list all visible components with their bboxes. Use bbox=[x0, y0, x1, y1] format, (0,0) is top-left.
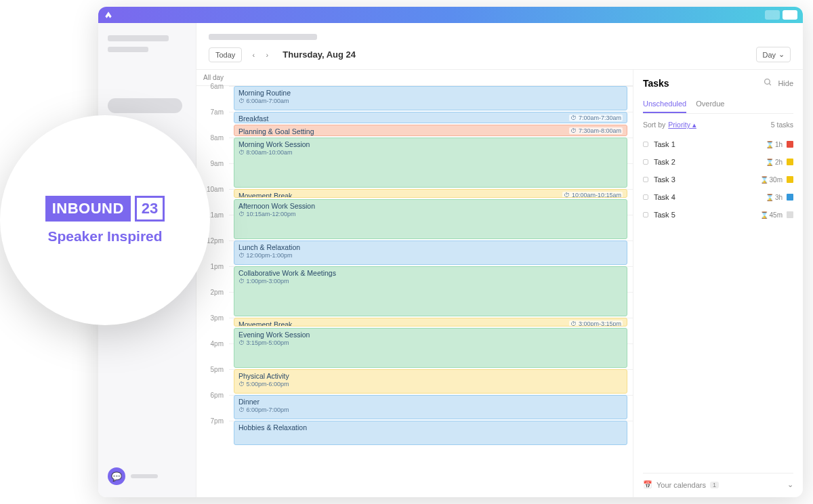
priority-flag-icon bbox=[787, 176, 793, 183]
event-time: ⏱ 3:00pm-3:15pm bbox=[569, 320, 623, 327]
hide-button[interactable]: Hide bbox=[778, 79, 793, 87]
task-status-icon[interactable] bbox=[643, 177, 648, 182]
event-time: ⏱ 6:00am-7:00am bbox=[238, 98, 623, 104]
event-time: ⏱ 3:15pm-5:00pm bbox=[238, 339, 623, 346]
calendar-toolbar: Today ‹ › Thursday, Aug 24 Day ⌄ bbox=[196, 40, 803, 70]
calendar-event[interactable]: Evening Work Session⏱ 3:15pm-5:00pm bbox=[234, 328, 627, 368]
event-time: ⏱ 10:00am-10:15am bbox=[562, 192, 623, 198]
hour-label: 6am bbox=[196, 83, 229, 108]
calendar-event[interactable]: Afternoon Work Session⏱ 10:15am-12:00pm bbox=[234, 199, 627, 239]
event-time: ⏱ 10:15am-12:00pm bbox=[238, 211, 623, 217]
search-icon[interactable] bbox=[764, 78, 772, 89]
allday-slot[interactable] bbox=[229, 70, 633, 85]
calendar-event[interactable]: Hobbies & Relaxation bbox=[234, 421, 627, 445]
tasks-title: Tasks bbox=[643, 78, 669, 89]
view-selector[interactable]: Day ⌄ bbox=[756, 47, 791, 62]
hour-label: 7pm bbox=[196, 417, 229, 443]
task-duration: 30m bbox=[770, 176, 783, 184]
window-minimize-button[interactable] bbox=[765, 10, 780, 20]
event-title: Breakfast bbox=[238, 114, 623, 123]
task-duration: 1h bbox=[775, 141, 783, 148]
event-title: Planning & Goal Setting bbox=[238, 127, 623, 135]
calendar-icon: 📅 bbox=[643, 480, 652, 489]
calendar-event[interactable]: Collaborative Work & Meetings⏱ 1:00pm-3:… bbox=[234, 266, 627, 316]
priority-flag-icon bbox=[787, 194, 793, 201]
task-name: Task 1 bbox=[654, 140, 766, 148]
task-duration: 45m bbox=[770, 211, 783, 219]
hour-label: 4pm bbox=[196, 340, 229, 366]
task-status-icon[interactable] bbox=[643, 142, 648, 147]
skeleton-line bbox=[209, 34, 317, 40]
hourglass-icon: ⌛ bbox=[766, 141, 774, 148]
hour-label: 1pm bbox=[196, 263, 229, 289]
current-date: Thursday, Aug 24 bbox=[283, 49, 356, 60]
clickup-logo-icon bbox=[104, 10, 113, 20]
calendar-event[interactable]: Physical Activity⏱ 5:00pm-6:00pm bbox=[234, 369, 627, 394]
event-time: ⏱ 1:00pm-3:00pm bbox=[238, 278, 623, 285]
task-item[interactable]: Task 2 ⌛ 2h bbox=[643, 153, 793, 171]
hourglass-icon: ⌛ bbox=[760, 211, 768, 219]
event-title: Physical Activity bbox=[238, 372, 623, 380]
priority-flag-icon bbox=[787, 211, 793, 218]
task-duration: 3h bbox=[775, 194, 783, 201]
prev-day-button[interactable]: ‹ bbox=[247, 49, 259, 61]
calendars-count: 1 bbox=[710, 482, 719, 488]
hour-label: 3pm bbox=[196, 314, 229, 340]
chat-button[interactable]: 💬 bbox=[108, 467, 186, 485]
event-title: Lunch & Relaxation bbox=[238, 243, 623, 251]
sort-field[interactable]: Priority ▴ bbox=[668, 121, 696, 129]
event-title: Evening Work Session bbox=[238, 331, 623, 339]
calendar-event[interactable]: Planning & Goal Setting⏱ 7:30am-8:00am bbox=[234, 125, 627, 136]
event-title: Afternoon Work Session bbox=[238, 202, 623, 210]
badge-year: 23 bbox=[135, 196, 165, 222]
priority-flag-icon bbox=[787, 141, 793, 148]
event-title: Movement Break bbox=[238, 320, 623, 327]
view-label: Day bbox=[762, 51, 776, 59]
calendar-event[interactable]: Lunch & Relaxation⏱ 12:00pm-1:00pm bbox=[234, 240, 627, 265]
priority-flag-icon bbox=[787, 159, 793, 165]
task-status-icon[interactable] bbox=[643, 194, 648, 200]
task-item[interactable]: Task 3 ⌛ 30m bbox=[643, 171, 793, 188]
titlebar bbox=[98, 7, 803, 23]
task-status-icon[interactable] bbox=[643, 159, 648, 165]
task-name: Task 4 bbox=[654, 193, 766, 201]
task-item[interactable]: Task 1 ⌛ 1h bbox=[643, 135, 793, 153]
hour-label: 8am bbox=[196, 134, 229, 160]
event-time: ⏱ 8:00am-10:00am bbox=[238, 149, 623, 156]
inbound-badge: INBOUND 23 Speaker Inspired bbox=[0, 115, 210, 325]
skeleton-pill bbox=[108, 98, 182, 113]
task-status-icon[interactable] bbox=[643, 212, 648, 217]
calendars-label: Your calendars bbox=[656, 481, 706, 489]
hour-label: 2pm bbox=[196, 289, 229, 314]
your-calendars-row[interactable]: 📅 Your calendars 1 ⌄ bbox=[643, 473, 793, 489]
chevron-down-icon: ⌄ bbox=[778, 50, 785, 59]
task-duration: 2h bbox=[775, 159, 783, 166]
tab-unscheduled[interactable]: Unscheduled bbox=[643, 96, 686, 113]
chevron-down-icon: ⌄ bbox=[787, 480, 793, 489]
hourglass-icon: ⌛ bbox=[766, 194, 774, 201]
calendar-event[interactable]: Movement Break⏱ 10:00am-10:15am bbox=[234, 189, 627, 198]
window-maximize-button[interactable] bbox=[783, 10, 797, 20]
next-day-button[interactable]: › bbox=[261, 49, 273, 61]
event-title: Morning Work Session bbox=[238, 140, 623, 148]
event-time: ⏱ 5:00pm-6:00pm bbox=[238, 381, 623, 387]
event-title: Dinner bbox=[238, 398, 623, 406]
event-time: ⏱ 7:30am-8:00am bbox=[569, 127, 623, 134]
event-time: ⏱ 7:00am-7:30am bbox=[569, 114, 623, 121]
task-name: Task 5 bbox=[654, 211, 760, 219]
calendar-event[interactable]: Dinner⏱ 6:00pm-7:00pm bbox=[234, 395, 627, 419]
tab-overdue[interactable]: Overdue bbox=[696, 96, 724, 113]
event-title: Morning Routine bbox=[238, 89, 623, 97]
calendar-event[interactable]: Morning Routine⏱ 6:00am-7:00am bbox=[234, 86, 627, 110]
skeleton-line bbox=[108, 47, 148, 52]
calendar-event[interactable]: Movement Break⏱ 3:00pm-3:15pm bbox=[234, 318, 627, 327]
task-item[interactable]: Task 5 ⌛ 45m bbox=[643, 206, 793, 224]
svg-point-0 bbox=[765, 79, 770, 85]
hourglass-icon: ⌛ bbox=[766, 159, 774, 166]
calendar-event[interactable]: Morning Work Session⏱ 8:00am-10:00am bbox=[234, 138, 627, 188]
calendar-event[interactable]: Breakfast⏱ 7:00am-7:30am⏱ 7:00am-7:30am bbox=[234, 112, 627, 123]
task-name: Task 2 bbox=[654, 158, 766, 166]
task-item[interactable]: Task 4 ⌛ 3h bbox=[643, 188, 793, 206]
event-time: ⏱ 6:00pm-7:00pm bbox=[238, 406, 623, 413]
today-button[interactable]: Today bbox=[209, 47, 242, 62]
